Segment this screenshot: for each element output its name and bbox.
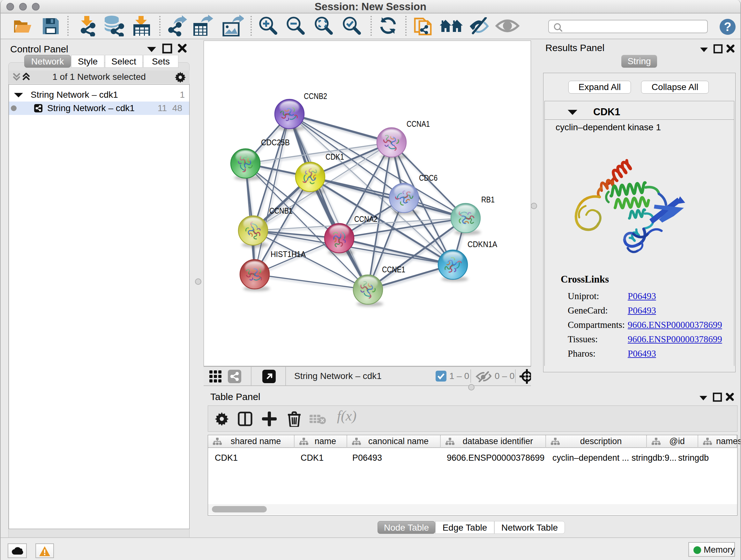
svg-text:CCNB2: CCNB2 (304, 91, 327, 101)
svg-text:RB1: RB1 (481, 195, 495, 204)
svg-text:HIST1H1A: HIST1H1A (271, 249, 306, 259)
svg-text:CCNB1: CCNB1 (269, 206, 293, 215)
svg-text:CDC6: CDC6 (419, 173, 437, 183)
svg-text:CDC25B: CDC25B (261, 138, 290, 147)
svg-text:CCNA1: CCNA1 (407, 119, 430, 129)
svg-text:CDKN1A: CDKN1A (468, 240, 497, 249)
svg-text:CCNE1: CCNE1 (382, 265, 405, 274)
svg-text:CDK1: CDK1 (326, 152, 344, 162)
svg-text:CCNA2: CCNA2 (354, 214, 378, 224)
svg-text:?: ? (724, 20, 731, 34)
